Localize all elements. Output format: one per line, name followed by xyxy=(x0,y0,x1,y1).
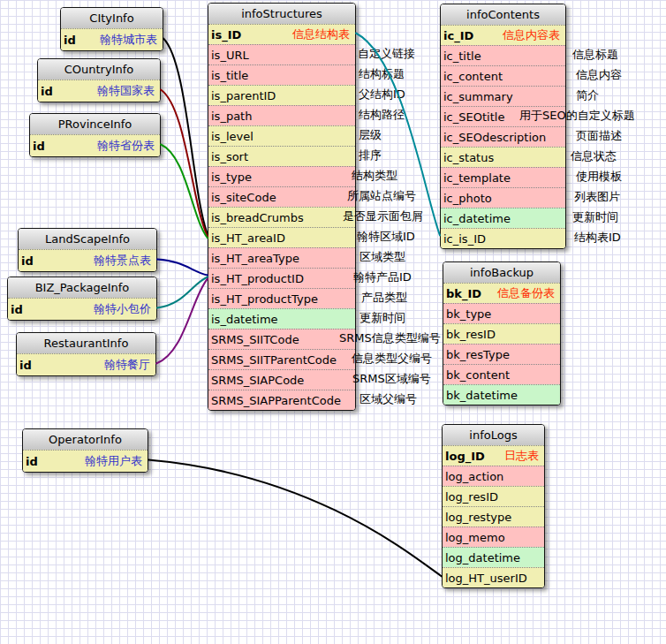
field-note-is_breadCrumbs: 是否显示面包屑 xyxy=(343,209,423,224)
field-note-SRMS_SIITParentCode: 信息类型父编号 xyxy=(352,352,432,366)
field-note-is_HT_productID: 翰特产品ID xyxy=(353,270,412,284)
field-note-ic_summary: 简介 xyxy=(576,88,599,102)
field-note-ic_datetime: 更新时间 xyxy=(572,210,618,224)
field-note-is_datetime: 更新时间 xyxy=(359,311,405,325)
field-note-is_siteCode: 所属站点编号 xyxy=(347,189,416,203)
field-note-is_level: 层级 xyxy=(359,128,382,142)
field-note-is_URL: 自定义链接 xyxy=(358,47,415,61)
notes-layer: 自定义链接结构标题父结构ID结构路径层级排序结构类型所属站点编号是否显示面包屑翰… xyxy=(0,0,666,644)
field-note-ic_content: 信息内容 xyxy=(576,68,622,82)
field-note-is_type: 结构类型 xyxy=(352,169,397,183)
field-note-SRMS_SIITCode: SRMS信息类型编号 xyxy=(339,331,441,345)
field-note-ic_photo: 列表图片 xyxy=(574,190,620,204)
field-note-ic_SEOdescription: 页面描述 xyxy=(576,129,622,143)
field-note-SRMS_SIAPParentCode: 区域父编号 xyxy=(359,392,417,406)
field-note-ic_title: 信息标题 xyxy=(572,48,618,62)
field-note-is_path: 结构路径 xyxy=(359,108,405,122)
diagram-canvas: CItyInfoid翰特城市表COuntryInfoid翰特国家表PRovinc… xyxy=(0,0,666,644)
field-note-ic_status: 信息状态 xyxy=(571,149,617,163)
field-note-is_HT_productType: 产品类型 xyxy=(361,291,407,305)
field-note-ic_SEOtitle: 用于SEO的自定义标题 xyxy=(519,109,635,123)
field-note-ic_template: 使用模板 xyxy=(576,170,622,184)
field-note-is_sort: 排序 xyxy=(359,148,382,163)
field-note-ic_is_ID: 结构表ID xyxy=(574,231,621,245)
field-note-is_parentID: 父结构ID xyxy=(359,87,405,102)
field-note-is_HT_areaID: 翰特区域ID xyxy=(357,230,415,244)
field-note-SRMS_SIAPCode: SRMS区域编号 xyxy=(352,372,431,386)
field-note-is_title: 结构标题 xyxy=(359,67,405,81)
field-note-is_HT_areaType: 区域类型 xyxy=(359,250,405,264)
